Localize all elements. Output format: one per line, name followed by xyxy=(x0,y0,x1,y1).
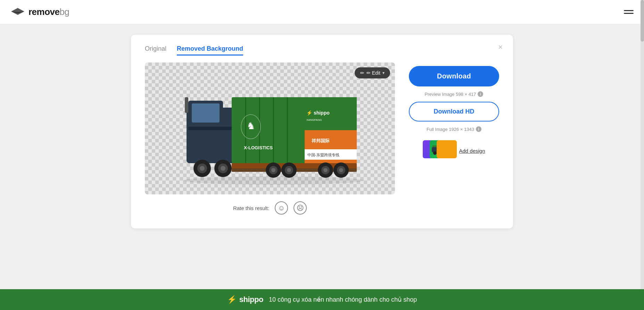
svg-text:⚡ shippo: ⚡ shippo xyxy=(306,110,330,116)
svg-point-35 xyxy=(287,168,291,172)
full-info: Full Image 1926 × 1343 i xyxy=(427,126,481,132)
svg-rect-4 xyxy=(192,103,220,123)
content-area: ✏ ✏ Edit ▾ xyxy=(145,62,499,215)
footer-logo: ⚡ shippo xyxy=(227,295,263,304)
truck-image: X-LOGISTICS ♞ ⚡ shippo XANGFANG 中国-东盟跨境专… xyxy=(145,62,395,194)
image-preview: ✏ ✏ Edit ▾ xyxy=(145,62,395,194)
design-thumb-3 xyxy=(437,140,457,158)
footer-banner: ⚡ shippo 10 công cụ xóa nền nhanh chóng … xyxy=(0,289,644,310)
svg-text:祥邦国际: 祥邦国际 xyxy=(311,138,330,143)
tabs-container: Original Removed Background xyxy=(145,45,499,56)
svg-point-38 xyxy=(323,168,328,172)
preview-info-text: Preview Image 598 × 417 xyxy=(425,92,476,97)
tab-removed-background[interactable]: Removed Background xyxy=(177,45,243,56)
tab-original[interactable]: Original xyxy=(145,45,166,56)
svg-point-42 xyxy=(183,176,364,185)
logo-area: removebg xyxy=(10,7,69,17)
svg-text:X-LOGISTICS: X-LOGISTICS xyxy=(244,145,273,150)
preview-info-icon[interactable]: i xyxy=(478,91,483,97)
happy-rating-button[interactable]: ☺ xyxy=(275,201,288,215)
download-button[interactable]: Download xyxy=(409,66,499,86)
rating-label: Rate this result: xyxy=(233,205,269,211)
svg-point-29 xyxy=(221,166,225,171)
footer-banner-text: 10 công cụ xóa nền nhanh chóng dành cho … xyxy=(269,296,417,303)
main-content: × Original Removed Background ✏ ✏ Edit ▾ xyxy=(0,24,644,288)
footer-lightning-icon: ⚡ xyxy=(227,295,237,304)
logo-text: removebg xyxy=(28,7,69,17)
design-thumbnails xyxy=(423,140,454,161)
close-button[interactable]: × xyxy=(498,43,503,51)
full-info-text: Full Image 1926 × 1343 xyxy=(427,127,474,132)
scrollbar-thumb[interactable] xyxy=(641,0,644,42)
hamburger-menu[interactable] xyxy=(624,10,634,14)
result-card: × Original Removed Background ✏ ✏ Edit ▾ xyxy=(131,35,513,228)
right-sidebar: Download Preview Image 598 × 417 i Downl… xyxy=(409,62,499,161)
svg-point-41 xyxy=(339,168,343,172)
full-info-icon[interactable]: i xyxy=(476,126,481,132)
logo-icon xyxy=(10,7,25,17)
add-design-area: Add design xyxy=(423,140,485,161)
svg-text:♞: ♞ xyxy=(247,120,255,131)
edit-label: ✏ Edit xyxy=(366,70,380,76)
svg-text:XANGFANG: XANGFANG xyxy=(306,118,322,122)
download-hd-button[interactable]: Download HD xyxy=(409,102,499,122)
rating-area: Rate this result: ☺ ☹ xyxy=(145,201,395,215)
scrollbar[interactable] xyxy=(641,0,644,310)
svg-rect-44 xyxy=(432,147,437,152)
happy-icon: ☺ xyxy=(278,204,285,212)
image-container: ✏ ✏ Edit ▾ xyxy=(145,62,395,215)
preview-info: Preview Image 598 × 417 i xyxy=(425,91,484,97)
svg-point-45 xyxy=(433,151,437,155)
edit-icon: ✏ xyxy=(360,70,364,76)
header: removebg xyxy=(0,0,644,24)
svg-rect-6 xyxy=(185,97,188,113)
sad-rating-button[interactable]: ☹ xyxy=(294,201,307,215)
footer-logo-text: shippo xyxy=(239,295,263,304)
svg-rect-5 xyxy=(188,127,235,130)
chevron-down-icon: ▾ xyxy=(382,70,385,75)
add-design-link[interactable]: Add design xyxy=(459,148,485,154)
svg-point-32 xyxy=(271,168,275,172)
svg-text:中国-东盟跨境专线: 中国-东盟跨境专线 xyxy=(307,153,339,157)
sad-icon: ☹ xyxy=(297,204,304,212)
svg-point-26 xyxy=(200,166,205,171)
edit-button[interactable]: ✏ ✏ Edit ▾ xyxy=(355,67,390,78)
